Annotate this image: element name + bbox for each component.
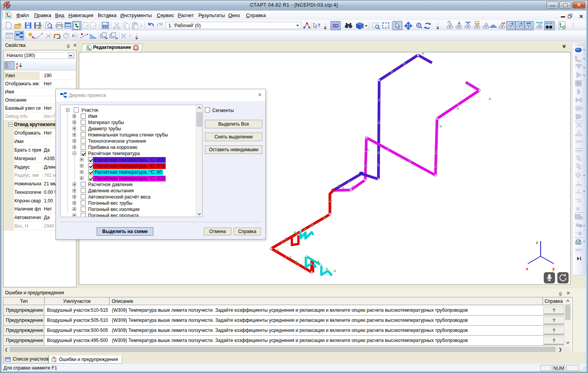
svg-text:Z: Z (16, 66, 18, 69)
svg-text:?: ? (575, 231, 577, 236)
svg-text:10: 10 (502, 21, 505, 25)
svg-text:M: M (576, 206, 580, 212)
svg-text:?: ? (317, 23, 320, 28)
svg-text:x: x (526, 266, 529, 271)
svg-text:3D: 3D (332, 23, 339, 29)
svg-text:y: y (552, 266, 555, 271)
svg-text:z: z (536, 240, 538, 245)
svg-text:?: ? (575, 198, 577, 202)
